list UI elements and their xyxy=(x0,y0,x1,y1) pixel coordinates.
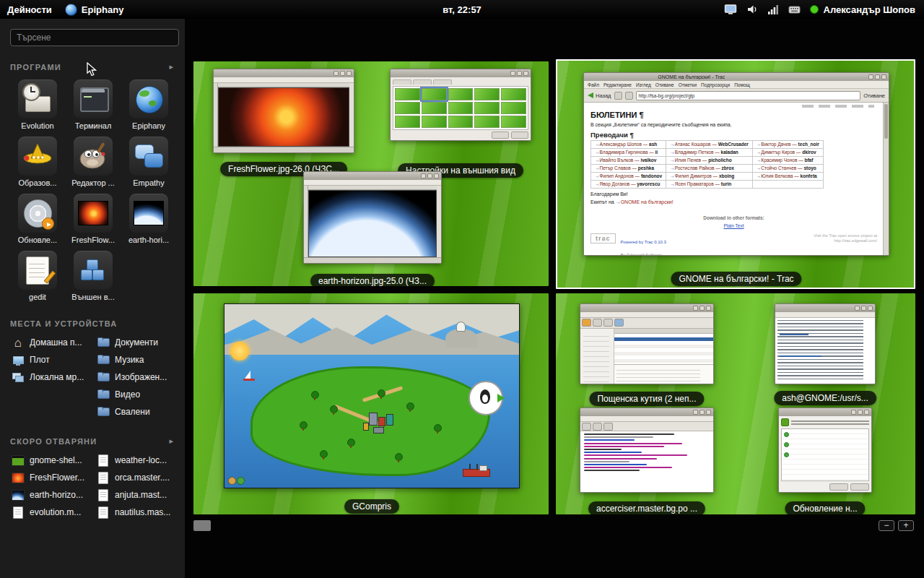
display-icon[interactable] xyxy=(724,4,737,15)
programs-expander-icon[interactable]: ▸ xyxy=(169,62,173,72)
menu-item-file[interactable]: Файл xyxy=(588,82,599,87)
volume-icon[interactable] xyxy=(746,4,758,15)
visit-url[interactable]: http://trac.edgewall.com/ xyxy=(834,238,877,243)
workspace-3[interactable]: GCompris xyxy=(193,293,549,514)
translator-cell[interactable]: →Владимира Гиргинова — ii xyxy=(591,149,666,157)
app-tile-gimp[interactable]: Редактор ... xyxy=(66,134,121,189)
translator-cell[interactable]: →Атанас Кошаров — WebCrusader xyxy=(666,141,753,149)
address-bar[interactable]: http://fsa-bg.org/project/gtp xyxy=(636,91,861,100)
menu-item-help[interactable]: Помощ xyxy=(734,82,750,87)
app-tile-empathy[interactable]: Empathy xyxy=(121,134,176,189)
place-item-documents[interactable]: Документи xyxy=(95,334,178,351)
recent-item[interactable]: earth-horizo... xyxy=(10,486,92,504)
gedit-thumbnail[interactable] xyxy=(580,407,714,493)
window-gimp-freshflower[interactable]: FreshFlower.jpg-26.0 (ЧЗС... xyxy=(213,69,354,153)
activities-button[interactable]: Дейности xyxy=(7,4,52,15)
app-tile-evolution[interactable]: Evolution xyxy=(10,77,65,132)
menu-item-go[interactable]: Отиване xyxy=(655,82,674,87)
window-terminal[interactable]: ash@GNOME:/usr/s... xyxy=(775,303,876,384)
scrollbar[interactable] xyxy=(883,103,889,255)
translator-cell[interactable]: →Красимир Чонов — bfaf xyxy=(752,157,823,165)
translator-cell[interactable]: →Ростислав Райков — zbrox xyxy=(666,165,753,173)
menu-item-edit[interactable]: Редактиране xyxy=(603,82,632,87)
translator-cell[interactable]: →Владимир Петков — kaladan xyxy=(666,149,753,157)
place-item-videos[interactable]: Видео xyxy=(95,386,178,403)
app-tile-epiphany[interactable]: Epiphany xyxy=(121,77,176,132)
translator-cell[interactable]: →Петър Славов — peshka xyxy=(591,165,666,173)
app-tile-gedit[interactable]: gedit xyxy=(10,249,65,303)
add-workspace-button[interactable]: + xyxy=(898,520,914,531)
gcompris-control-icon[interactable] xyxy=(228,477,236,485)
app-tile-software-update[interactable]: Обновле... xyxy=(10,191,65,246)
window-gimp-earth[interactable]: earth-horizon.jpg-25.0 (ЧЗ... xyxy=(303,171,442,264)
place-item-network[interactable]: Локална мр... xyxy=(10,368,92,386)
evolution-thumbnail[interactable] xyxy=(580,303,714,384)
window-browser-trac[interactable]: GNOME на български! - Trac Файл Редактир… xyxy=(583,72,889,256)
recent-item[interactable]: gnome-shel... xyxy=(10,452,92,469)
translator-cell[interactable]: →Ясен Праматаров — turin xyxy=(666,181,753,189)
powered-by-link[interactable]: Powered by Trac 0.10.3 xyxy=(621,240,666,244)
recent-item[interactable]: weather-loc... xyxy=(95,452,178,469)
gimp-freshflower-thumbnail[interactable] xyxy=(213,69,354,153)
window-appearance[interactable]: Настройки на външния вид xyxy=(390,69,531,141)
app-tile-freshflower[interactable]: FreshFlow... xyxy=(66,191,121,246)
home-button[interactable] xyxy=(625,92,633,100)
window-gcompris[interactable]: GCompris xyxy=(224,303,520,488)
gcompris-thumbnail[interactable] xyxy=(224,303,520,488)
translator-cell[interactable]: →Виктор Дачев — tech_noir xyxy=(752,141,823,149)
translator-cell[interactable]: →Ивайло Вълков — ivalkov xyxy=(591,157,666,165)
reload-button[interactable] xyxy=(614,92,622,100)
workspace-4[interactable]: Пощенска кутия (2 неп... ash@GNOME:/usr/… xyxy=(556,293,915,514)
translator-cell[interactable]: →Юлия Велкова — konfeta xyxy=(752,173,823,181)
workspace-1[interactable]: FreshFlower.jpg-26.0 (ЧЗС... Н xyxy=(193,61,549,286)
place-item-music[interactable]: Музика xyxy=(95,351,178,368)
activity-badge[interactable] xyxy=(468,381,503,415)
update-thumbnail[interactable] xyxy=(778,407,872,493)
gcompris-control-icon[interactable] xyxy=(237,477,245,485)
window-evolution[interactable]: Пощенска кутия (2 неп... xyxy=(580,303,714,384)
translator-cell[interactable] xyxy=(752,181,823,189)
remove-workspace-button[interactable]: − xyxy=(879,520,894,531)
translator-cell[interactable]: →Димитър Киров — dkirov xyxy=(752,149,823,157)
recent-expander-icon[interactable]: ▸ xyxy=(169,436,173,446)
go-button[interactable]: Отиване xyxy=(863,92,885,99)
clock[interactable]: вт, 22:57 xyxy=(443,4,481,15)
place-item-downloads[interactable]: Свалени xyxy=(95,403,178,420)
workspace-indicator[interactable] xyxy=(193,520,211,531)
window-software-update[interactable]: Обновление н... xyxy=(778,407,872,493)
user-menu-button[interactable]: Александър Шопов xyxy=(810,4,915,15)
recent-item[interactable]: nautilus.mas... xyxy=(95,504,178,521)
place-item-desktop[interactable]: Плот xyxy=(10,351,92,368)
recent-item[interactable]: FreshFlower... xyxy=(10,469,92,486)
epiphany-trac-thumbnail[interactable]: GNOME на български! - Trac Файл Редактир… xyxy=(583,72,889,256)
translator-cell[interactable]: →Александър Шопов — ash xyxy=(591,141,666,149)
menu-item-tabs[interactable]: Подпрозорци xyxy=(701,82,730,87)
translator-cell[interactable]: →Стойчо Станчев — stoyo xyxy=(752,165,823,173)
app-tile-terminal[interactable]: Терминал xyxy=(66,77,121,132)
gimp-earth-thumbnail[interactable] xyxy=(303,171,442,264)
place-item-home[interactable]: Домашна п... xyxy=(10,334,92,351)
window-gedit[interactable]: accerciser.master.bg.po ... xyxy=(580,407,714,493)
app-tile-gcompris[interactable]: Образов... xyxy=(10,134,65,189)
team-link[interactable]: →GNOME на български! xyxy=(616,199,674,205)
menu-item-view[interactable]: Изглед xyxy=(636,82,651,87)
appearance-thumbnail[interactable] xyxy=(390,69,531,141)
back-button[interactable]: Назад xyxy=(588,92,611,99)
translator-cell[interactable]: →Филип Димитров — xboing xyxy=(666,173,753,181)
translator-cell[interactable]: →Явор Доганов — yavorescu xyxy=(591,181,666,189)
app-tile-earth-horizon[interactable]: earth-hori... xyxy=(121,191,176,246)
app-tile-appearance[interactable]: Външен в... xyxy=(66,249,121,303)
network-signal-icon[interactable] xyxy=(767,4,779,15)
recent-item[interactable]: evolution.m... xyxy=(10,504,92,521)
recent-item[interactable]: anjuta.mast... xyxy=(95,486,178,504)
translator-cell[interactable]: →Филип Андонов — fandonov xyxy=(591,173,666,181)
keyboard-icon[interactable] xyxy=(788,4,801,15)
plain-text-link[interactable]: Plain Text xyxy=(590,223,877,228)
translator-cell[interactable]: →Илия Пенев — picholicho xyxy=(666,157,753,165)
place-item-pictures[interactable]: Изображен... xyxy=(95,368,178,386)
recent-item[interactable]: orca.master.... xyxy=(95,469,178,486)
menu-item-bookmarks[interactable]: Отметки xyxy=(679,82,697,87)
app-menu-button[interactable]: Epiphany xyxy=(65,4,124,16)
workspace-2-active[interactable]: GNOME на български! - Trac Файл Редактир… xyxy=(556,59,915,289)
search-input[interactable] xyxy=(10,29,179,46)
